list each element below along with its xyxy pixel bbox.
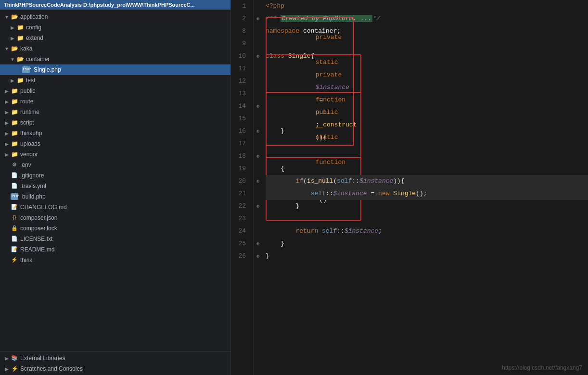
sidebar-item-env[interactable]: ⚙ .env <box>0 160 230 170</box>
think-icon: ⚡ <box>11 257 18 263</box>
php-file-icon <box>22 66 30 73</box>
sidebar-header: ThinkPHPSourceCodeAnalysis D:\phpstudy_p… <box>0 0 230 10</box>
sidebar-item-label: public <box>20 88 35 94</box>
fold-13 <box>254 88 262 100</box>
code-area: <?php /** Created by PhpStorm. ...*/ nam… <box>262 0 588 375</box>
code-editor: 1 2 8 9 10 11 12 13 14 15 16 17 18 19 20… <box>231 0 588 375</box>
fold-10[interactable] <box>254 50 262 62</box>
sidebar-item-thinkphp[interactable]: thinkphp <box>0 128 230 138</box>
arrow-icon <box>4 120 10 125</box>
line-num-13: 13 <box>231 88 250 100</box>
line-num-16: 16 <box>231 125 250 138</box>
sidebar-item-kaka[interactable]: kaka <box>0 43 230 54</box>
sidebar-item-travis[interactable]: 📄 .travis.yml <box>0 181 230 191</box>
close-brace-fn2: } <box>266 238 284 250</box>
php-open-tag: <?php <box>266 0 284 12</box>
sidebar-item-config[interactable]: config <box>0 22 230 33</box>
space-return <box>318 225 322 238</box>
line-num-20: 20 <box>231 175 250 188</box>
folder-icon <box>11 98 18 105</box>
fold-21 <box>254 188 262 200</box>
env-icon: ⚙ <box>11 162 18 168</box>
fold-20[interactable] <box>254 175 262 188</box>
sidebar-item-build[interactable]: build.php <box>0 191 230 202</box>
space <box>316 46 320 53</box>
sidebar-item-application[interactable]: application <box>0 12 230 22</box>
sidebar-item-uploads[interactable]: uploads <box>0 138 230 149</box>
public-kw: public <box>316 109 338 116</box>
lock-icon: 🔒 <box>11 225 18 232</box>
code-line-24: return self :: $instance ; <box>266 225 588 238</box>
sidebar-item-label: composer.json <box>20 214 57 221</box>
code-line-25: } <box>266 238 588 250</box>
fold-22[interactable] <box>254 200 262 212</box>
php-file-icon <box>11 193 18 200</box>
folder-icon <box>11 130 18 137</box>
sidebar-item-gitignore[interactable]: 📄 .gitignore <box>0 170 230 181</box>
folder-icon <box>11 119 18 126</box>
sidebar-item-changelog[interactable]: 📝 CHANGELOG.md <box>0 202 230 212</box>
sidebar-item-external-libraries[interactable]: 📚 External Libraries <box>0 353 230 363</box>
line-num-1: 1 <box>231 0 250 12</box>
arrow-icon <box>10 57 15 62</box>
sidebar-item-runtime[interactable]: runtime <box>0 107 230 117</box>
sidebar-item-public[interactable]: public <box>0 86 230 96</box>
double-colon2: :: <box>326 188 333 200</box>
sidebar-item-scratches[interactable]: Scratches and Consoles <box>0 363 230 374</box>
arrow-icon <box>10 36 15 41</box>
sidebar-item-readme[interactable]: 📝 README.md <box>0 244 230 255</box>
folder-icon <box>11 151 18 158</box>
sidebar-item-route[interactable]: route <box>0 96 230 107</box>
arrow-icon <box>4 88 10 94</box>
sidebar-item-composer-json[interactable]: {} composer.json <box>0 212 230 223</box>
sidebar-item-composer-lock[interactable]: 🔒 composer.lock <box>0 223 230 234</box>
code-line-18: public static function getInstance () <box>266 150 588 162</box>
semicolon3: ; <box>378 225 382 238</box>
fold-25[interactable] <box>254 238 262 250</box>
indent-spaces <box>266 175 295 188</box>
line-num-12: 12 <box>231 75 250 88</box>
sidebar-item-think[interactable]: ⚡ think <box>0 255 230 265</box>
watermark: https://blog.csdn.net/fangkang7 <box>502 364 582 371</box>
fold-18[interactable] <box>254 150 262 162</box>
fold-14[interactable] <box>254 100 262 112</box>
line-num-18: 18 <box>231 150 250 162</box>
sidebar-item-container[interactable]: container <box>0 54 230 64</box>
folder-icon <box>11 140 18 147</box>
folder-icon <box>11 88 18 94</box>
arrow-icon <box>4 141 10 147</box>
sidebar-item-script[interactable]: script <box>0 117 230 128</box>
sidebar-item-label: README.md <box>20 246 54 253</box>
fold-2[interactable] <box>254 12 262 25</box>
sidebar-item-single-php[interactable]: Single.php <box>0 64 230 75</box>
sidebar-item-test[interactable]: test <box>0 75 230 86</box>
arrow-icon <box>4 14 10 20</box>
line-num-11: 11 <box>231 62 250 75</box>
line-num-9: 9 <box>231 38 250 50</box>
sidebar-item-label: Scratches and Consoles <box>20 365 83 372</box>
fold-26[interactable] <box>254 250 262 262</box>
fold-16[interactable] <box>254 125 262 138</box>
line-num-22: 22 <box>231 200 250 212</box>
instance-var3: $instance <box>333 188 367 200</box>
new-kw: new <box>378 188 389 200</box>
sidebar-item-extend[interactable]: extend <box>0 33 230 43</box>
close-parens: )){ <box>393 175 404 188</box>
sidebar-item-label: .travis.yml <box>20 183 46 189</box>
fold-24 <box>254 225 262 238</box>
txt-icon: 📄 <box>11 236 18 242</box>
sidebar-item-license[interactable]: 📄 LICENSE.txt <box>0 234 230 244</box>
editor-content: 1 2 8 9 10 11 12 13 14 15 16 17 18 19 20… <box>231 0 588 375</box>
space <box>316 84 320 91</box>
sidebar-item-label: route <box>20 98 33 105</box>
indent3-spaces <box>266 188 311 200</box>
sidebar-item-vendor[interactable]: vendor <box>0 149 230 160</box>
scratch-icon <box>11 365 18 372</box>
line-numbers: 1 2 8 9 10 11 12 13 14 15 16 17 18 19 20… <box>231 0 254 375</box>
double-colon: :: <box>352 175 359 188</box>
sidebar-item-label: CHANGELOG.md <box>20 204 67 211</box>
folder-icon <box>16 77 24 84</box>
space-new <box>389 188 393 200</box>
fold-11 <box>254 62 262 75</box>
arrow-icon <box>4 152 10 157</box>
